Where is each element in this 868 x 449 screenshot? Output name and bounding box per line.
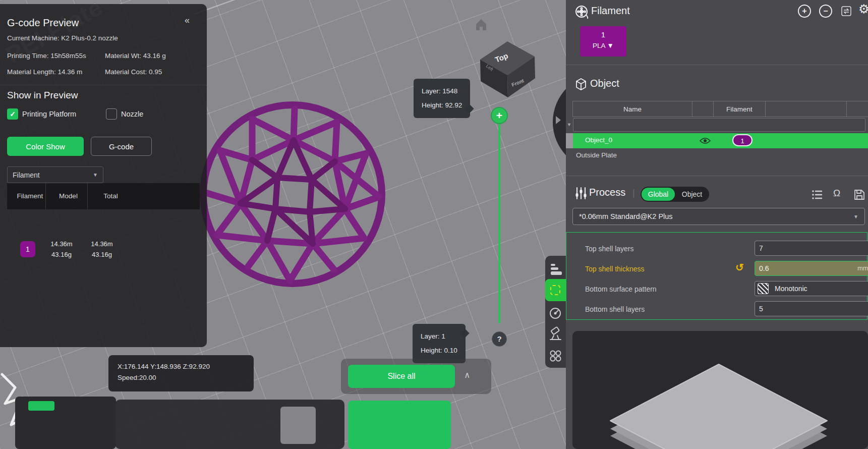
add-filament-button[interactable]: + <box>798 5 811 18</box>
object-row-selected[interactable]: Object_0 1 <box>573 133 868 148</box>
tab-object[interactable]: Object <box>676 187 708 202</box>
nozzle-label: Nozzle <box>121 110 143 118</box>
printing-time: Printing Time: 15h58m55s <box>7 52 86 60</box>
profile-value: *0.06mm Standard@K2 Plus <box>579 212 673 220</box>
gcode-button[interactable]: G-code <box>91 137 152 156</box>
divider <box>566 65 868 65</box>
navigation-cube[interactable]: Top Left Front <box>469 13 545 103</box>
param-bottom-shell-layers-label: Bottom shell layers <box>585 305 645 313</box>
filament-color-badge: 1 <box>20 241 35 257</box>
object-filament-badge[interactable]: 1 <box>732 134 753 146</box>
collapse-panel-icon[interactable]: « <box>185 15 190 26</box>
remove-filament-button[interactable]: − <box>819 5 832 18</box>
param-bottom-pattern-value: Monotonic <box>775 285 807 293</box>
nozzle-checkbox[interactable] <box>106 108 117 120</box>
object-group-row[interactable] <box>573 118 865 132</box>
param-bottom-shell-layers-input[interactable] <box>755 301 868 316</box>
model-usage: 14.36m 43.16g <box>46 239 77 260</box>
tool-support[interactable] <box>545 323 566 346</box>
dashed-square-icon <box>550 285 560 295</box>
filament-spool-icon <box>575 5 589 19</box>
layer-bottom-tooltip: Layer: 1 Height: 0.10 <box>413 324 466 363</box>
save-disk-icon[interactable] <box>853 189 865 201</box>
param-bottom-pattern-select[interactable]: Monotonic <box>755 281 868 296</box>
slice-options-chevron-icon[interactable]: ∧ <box>464 370 470 380</box>
object-col-filament: Filament <box>713 101 766 117</box>
model-sphere[interactable] <box>192 92 393 297</box>
param-top-shell-thickness-input[interactable] <box>755 261 868 276</box>
col-model: Model <box>49 183 87 209</box>
right-sidebar: Filament + − ⚙ 1 PLA ▼ Object Name Filam… <box>566 0 868 449</box>
settings-toolbar <box>545 256 566 368</box>
printing-platform-checkbox[interactable]: ✓ <box>7 108 18 120</box>
object-section-title: Object <box>590 78 619 89</box>
process-scope-toggle: Global Object <box>641 187 709 202</box>
slice-all-button[interactable]: Slice all <box>348 365 455 388</box>
outside-plate-label: Outside Plate <box>576 151 617 159</box>
gcode-preview-panel: G-code Preview « Current Machine: K2 Plu… <box>0 4 207 347</box>
panel-title: G-code Preview <box>7 17 79 29</box>
layer-bottom-value: Layer: 1 <box>421 329 457 344</box>
speed-readout: Speed:20.00 <box>118 372 254 383</box>
param-unit: mm <box>857 264 865 272</box>
app-window: PEI Plate Top Left Front + Layer: 1548 H… <box>0 0 868 449</box>
divider: | <box>632 188 635 198</box>
color-show-button[interactable]: Color Show <box>7 137 84 156</box>
filament-section-title: Filament <box>591 5 630 17</box>
reset-history-icon[interactable]: Ω <box>833 188 840 199</box>
col-filament: Filament <box>11 183 49 209</box>
show-in-preview-title: Show in Preview <box>7 90 78 101</box>
material-cost: Material Cost: 0.95 <box>105 68 162 76</box>
hatch-pattern-icon <box>758 283 769 294</box>
eye-visibility-icon[interactable] <box>699 137 711 145</box>
height-bottom-value: Height: 0.10 <box>421 344 457 358</box>
tool-shell-selected[interactable] <box>545 279 566 301</box>
filament-dropdown-value: Filament <box>13 171 40 179</box>
undo-reset-icon[interactable]: ↺ <box>735 261 744 273</box>
bottom-left-green-button[interactable] <box>28 401 54 411</box>
object-name: Object_0 <box>585 136 612 144</box>
chip-number: 1 <box>580 30 626 39</box>
bottom-green-button[interactable] <box>348 401 451 449</box>
param-preview-image <box>572 331 868 449</box>
gear-icon[interactable]: ⚙ <box>858 2 868 16</box>
layer-slider-handle[interactable]: + <box>491 107 508 124</box>
param-top-shell-layers-label: Top shell layers <box>585 245 634 253</box>
divider <box>0 85 207 85</box>
preset-list-icon[interactable] <box>811 189 823 201</box>
total-usage: 14.36m 43.16g <box>87 239 117 260</box>
tree-collapse-icon[interactable]: ▼ <box>567 122 571 127</box>
layer-top-value: Layer: 1548 <box>422 84 462 98</box>
filament-1-chip[interactable]: 1 PLA ▼ <box>580 26 626 57</box>
object-col-name: Name <box>572 101 692 117</box>
object-col-extra2 <box>846 101 868 117</box>
process-sliders-icon <box>575 187 587 200</box>
swap-filament-icon[interactable] <box>841 6 851 16</box>
param-top-shell-layers-input[interactable] <box>755 241 868 256</box>
layer-top-tooltip: Layer: 1548 Height: 92.92 <box>414 79 470 118</box>
tool-quality-layers[interactable] <box>545 258 566 280</box>
profile-dropdown[interactable]: *0.06mm Standard@K2 Plus ▼ <box>572 208 865 225</box>
chevron-down-icon: ▼ <box>853 214 858 219</box>
layer-slider-track[interactable] <box>498 124 500 323</box>
param-bottom-pattern-label: Bottom surface pattern <box>585 285 657 293</box>
expand-arrow-icon[interactable] <box>556 116 561 124</box>
bottom-center-button[interactable] <box>280 407 316 444</box>
object-col-visibility <box>692 101 714 117</box>
tool-more-settings[interactable] <box>545 345 566 367</box>
chip-material: PLA ▼ <box>580 42 626 49</box>
help-button[interactable]: ? <box>492 331 507 347</box>
bottom-center-panel <box>115 400 344 449</box>
object-col-extra <box>765 101 847 117</box>
row-indent <box>566 133 573 148</box>
slice-button-group: Slice all ∧ <box>341 359 491 394</box>
tool-speed[interactable] <box>545 302 566 324</box>
tab-global[interactable]: Global <box>642 188 675 201</box>
bottom-left-panel <box>15 397 116 449</box>
process-section-title: Process <box>589 187 625 198</box>
nozzle-coordinates: X:176.144 Y:148.936 Z:92.920 Speed:20.00 <box>108 355 254 391</box>
home-icon <box>476 19 486 30</box>
filament-view-dropdown[interactable]: Filament ▼ <box>7 166 103 183</box>
divider <box>566 176 868 176</box>
chevron-down-icon: ▼ <box>93 172 98 178</box>
